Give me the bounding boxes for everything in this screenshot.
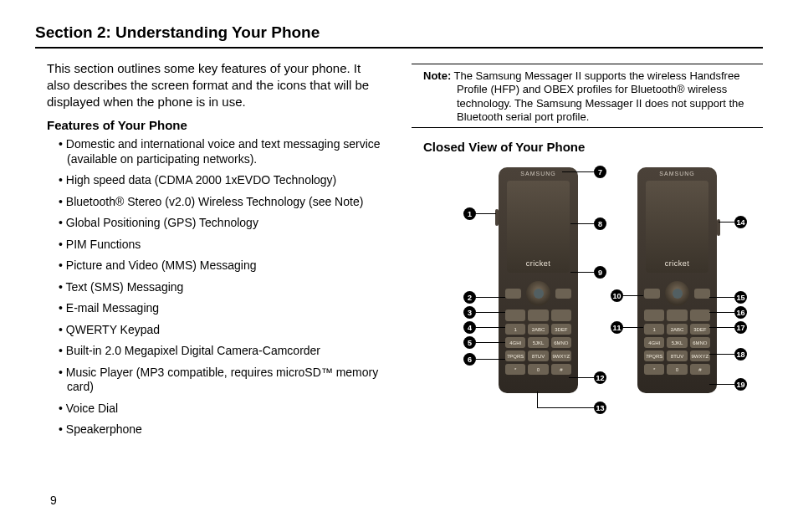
closed-view-heading: Closed View of Your Phone	[423, 140, 763, 154]
phone-keypad: 1 2ABC 3DEF 4GHI 5JKL 6MNO 7PQRS 8TUV 9W…	[505, 279, 571, 385]
callout-lead	[569, 377, 594, 378]
send-key-icon	[644, 309, 664, 321]
feature-item: Music Player (MP3 compatible, requires m…	[59, 366, 386, 395]
callout-9: 9	[594, 266, 606, 279]
callout-lead	[476, 312, 505, 313]
page-number: 9	[50, 494, 57, 507]
end-key-icon	[551, 309, 571, 321]
key-6: 6MNO	[551, 337, 571, 348]
key-3: 3DEF	[551, 324, 571, 335]
note-rule-top	[412, 64, 763, 64]
nav-pad-icon	[526, 281, 550, 306]
right-softkey-icon	[694, 289, 710, 299]
callout-lead	[476, 342, 505, 343]
callout-5: 5	[463, 336, 476, 349]
callout-lead	[476, 297, 505, 298]
callout-4: 4	[463, 321, 476, 334]
feature-item: Global Positioning (GPS) Technology	[59, 216, 386, 231]
callout-10: 10	[611, 289, 623, 302]
callout-1: 1	[463, 207, 476, 220]
callout-lead	[623, 295, 643, 296]
feature-item: E-mail Messaging	[59, 301, 386, 316]
key-7: 7PQRS	[644, 350, 664, 361]
callout-lead	[537, 391, 538, 407]
callout-lead	[476, 359, 505, 360]
callout-12: 12	[594, 371, 606, 384]
note-label: Note:	[423, 69, 451, 82]
key-5: 5JKL	[667, 337, 687, 348]
number-keys: 1 2ABC 3DEF 4GHI 5JKL 6MNO 7PQRS 8TUV 9W…	[505, 324, 571, 375]
right-column: Note: The Samsung Messager II supports t…	[412, 60, 763, 444]
phone-keypad: 1 2ABC 3DEF 4GHI 5JKL 6MNO 7PQRS 8TUV 9W…	[644, 279, 710, 385]
feature-item: Built-in 2.0 Megapixel Digital Camera-Ca…	[59, 344, 386, 359]
phone-screen: cricket	[646, 181, 708, 273]
key-hash: #	[551, 364, 571, 375]
key-2: 2ABC	[528, 324, 548, 335]
phone-front-right: SAMSUNG cricket	[637, 167, 717, 393]
callout-lead	[709, 297, 734, 298]
callout-lead	[537, 407, 594, 408]
key-1: 1	[644, 324, 664, 335]
key-0: 0	[667, 364, 687, 375]
key-hash: #	[690, 364, 710, 375]
feature-item: Speakerphone	[59, 422, 386, 437]
callout-lead	[570, 272, 594, 273]
left-softkey-icon	[644, 289, 660, 299]
clr-key-icon	[528, 309, 548, 321]
phone-front-left: SAMSUNG cricket	[499, 167, 578, 393]
phone-screen: cricket	[507, 181, 570, 273]
callout-16: 16	[734, 306, 747, 319]
feature-item: Bluetooth® Stereo (v2.0) Wireless Techno…	[59, 195, 386, 210]
phone-side-button-icon	[495, 209, 499, 226]
callout-3: 3	[463, 306, 476, 319]
key-4: 4GHI	[644, 337, 664, 348]
callout-13: 13	[594, 402, 606, 414]
key-star: *	[505, 364, 525, 375]
number-keys: 1 2ABC 3DEF 4GHI 5JKL 6MNO 7PQRS 8TUV 9W…	[644, 324, 710, 375]
callout-15: 15	[734, 291, 747, 304]
feature-item: Text (SMS) Messaging	[59, 280, 386, 295]
key-1: 1	[505, 324, 525, 335]
note-block: Note: The Samsung Messager II supports t…	[423, 69, 763, 124]
carrier-logo: cricket	[665, 259, 690, 268]
features-heading: Features of Your Phone	[47, 118, 386, 132]
callout-2: 2	[463, 291, 476, 304]
key-4: 4GHI	[505, 337, 525, 348]
left-column: This section outlines some key features …	[35, 60, 386, 444]
callout-11: 11	[611, 321, 623, 334]
feature-item: QWERTY Keypad	[59, 323, 386, 338]
key-6: 6MNO	[690, 337, 710, 348]
callout-lead	[709, 354, 734, 355]
callout-lead	[709, 384, 734, 385]
callout-lead	[623, 327, 643, 328]
rule-under-title	[35, 47, 763, 49]
key-0: 0	[528, 364, 548, 375]
carrier-logo: cricket	[526, 259, 551, 268]
callout-lead	[562, 171, 594, 172]
clr-key-icon	[667, 309, 687, 321]
key-9: 9WXYZ	[690, 350, 710, 361]
callout-lead	[476, 327, 505, 328]
callout-14: 14	[734, 216, 747, 228]
key-8: 8TUV	[528, 350, 548, 361]
note-text: The Samsung Messager II supports the wir…	[454, 69, 744, 123]
callout-19: 19	[734, 378, 747, 391]
callout-lead	[570, 223, 594, 224]
nav-pad-icon	[665, 281, 689, 306]
callout-lead	[476, 213, 496, 214]
callout-18: 18	[734, 348, 747, 361]
send-key-icon	[505, 309, 525, 321]
end-key-icon	[690, 309, 710, 321]
feature-item: Domestic and international voice and tex…	[59, 137, 386, 166]
key-5: 5JKL	[528, 337, 548, 348]
left-softkey-icon	[505, 289, 521, 299]
key-7: 7PQRS	[505, 350, 525, 361]
callout-17: 17	[734, 321, 747, 334]
phone-diagram: SAMSUNG cricket	[445, 159, 755, 435]
feature-item: Voice Dial	[59, 402, 386, 417]
key-8: 8TUV	[667, 350, 687, 361]
key-star: *	[644, 364, 664, 375]
key-9: 9WXYZ	[551, 350, 571, 361]
callout-8: 8	[594, 217, 606, 230]
feature-item: Picture and Video (MMS) Messaging	[59, 258, 386, 274]
